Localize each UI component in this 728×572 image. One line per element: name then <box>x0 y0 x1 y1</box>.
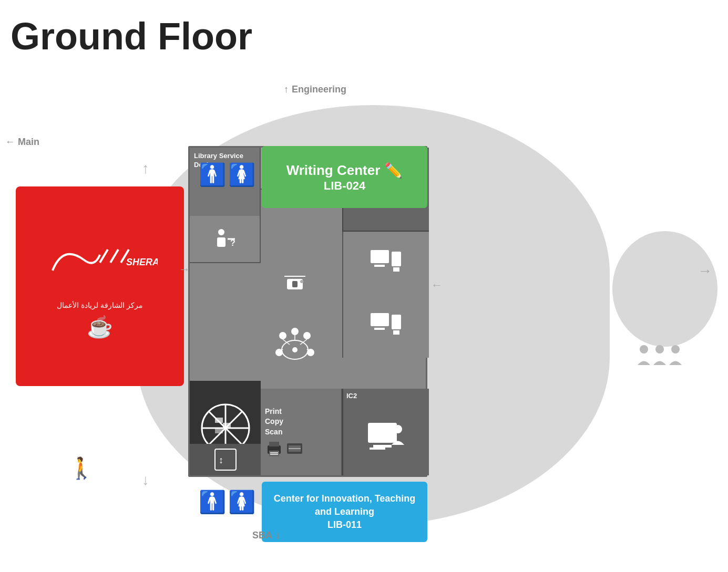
scan-label: Scan <box>265 427 283 438</box>
svg-point-59 <box>655 345 664 353</box>
svg-point-22 <box>303 332 311 339</box>
citl-label: Center for Innovation, Teaching and Lear… <box>266 492 423 518</box>
svg-point-26 <box>292 347 298 352</box>
floor-container: ↑ Engineering ← Main SBA ↓ ↑ ↓ → SHERA م… <box>0 84 728 557</box>
citl-panel: Center for Innovation, Teaching and Lear… <box>262 482 427 542</box>
svg-point-60 <box>671 345 680 353</box>
svg-rect-17 <box>374 265 385 267</box>
help-icon: ? <box>212 226 238 252</box>
down-arrow-mid: ↓ <box>142 472 149 488</box>
svg-rect-19 <box>393 267 399 272</box>
computer-station-bottom <box>342 295 429 358</box>
printer-icon <box>265 439 283 457</box>
svg-text:SHERA: SHERA <box>126 257 158 267</box>
svg-text:?: ? <box>230 238 235 247</box>
audience-icon <box>633 341 686 373</box>
svg-rect-43 <box>215 428 223 433</box>
print-label-group: Print Copy Scan <box>265 407 283 438</box>
svg-rect-16 <box>371 250 389 263</box>
arrow-left-icon: ← <box>5 137 15 148</box>
direction-sba: SBA ↓ <box>252 530 280 541</box>
page-title: Ground Floor <box>11 15 252 58</box>
computer-station-top <box>342 232 429 295</box>
female-restroom-icon-2: 🚺 <box>228 489 255 515</box>
female-restroom-icon: 🚺 <box>228 162 255 188</box>
pencil-icon: ✏️ <box>384 162 403 179</box>
restroom-top: 🚹 🚺 <box>199 162 255 188</box>
direction-engineering: ↑ Engineering <box>284 84 346 95</box>
exit-arrow: ← <box>431 278 443 292</box>
elevator-area: ↕ <box>190 444 261 475</box>
background-blob-right <box>612 231 717 347</box>
svg-point-4 <box>218 229 224 235</box>
svg-rect-44 <box>215 449 236 470</box>
desktop-icon-bottom <box>368 310 405 342</box>
print-icons-group <box>265 439 304 457</box>
svg-rect-33 <box>374 328 385 330</box>
svg-rect-5 <box>217 237 225 247</box>
ic2-label: IC2 <box>346 392 357 400</box>
enter-arrow: → <box>179 263 190 276</box>
arrow-up-icon: ↑ <box>284 84 289 95</box>
print-label: Print <box>265 407 283 417</box>
sheraa-calligraphy: SHERA <box>42 234 158 292</box>
sheraa-panel: SHERA مركز الشارقة لريادة الأعمال ☕ <box>16 186 184 386</box>
svg-rect-54 <box>368 423 397 443</box>
svg-point-57 <box>394 425 402 433</box>
elevator-icon: ↕ <box>212 446 239 473</box>
svg-rect-56 <box>370 448 385 450</box>
male-restroom-icon-2: 🚹 <box>199 489 226 515</box>
writing-center-room: LIB-024 <box>324 179 365 193</box>
info-desk-area: ? <box>190 216 261 263</box>
svg-point-14 <box>300 280 303 283</box>
group-seating-area <box>261 321 329 373</box>
male-restroom-icon: 🚹 <box>199 162 226 188</box>
svg-rect-41 <box>215 418 223 423</box>
citl-room: LIB-011 <box>327 518 362 532</box>
print-copy-scan-area: Print Copy Scan <box>261 389 342 475</box>
svg-line-0 <box>100 249 108 263</box>
svg-rect-32 <box>371 313 389 326</box>
ic2-computer-icon <box>346 419 426 455</box>
up-arrow-mid: ↑ <box>142 160 149 177</box>
desktop-icon-top <box>368 247 405 279</box>
writing-center-panel: Writing Center ✏️ LIB-024 <box>262 146 427 208</box>
svg-point-21 <box>291 328 299 335</box>
sheraa-arabic-text: مركز الشارقة لريادة الأعمال <box>57 301 143 309</box>
svg-rect-55 <box>373 445 392 448</box>
group-seating-icon <box>271 326 319 368</box>
people-waiting-area <box>633 341 686 378</box>
right-arrow-far: → <box>698 263 712 279</box>
projector-area <box>261 263 329 305</box>
svg-line-1 <box>110 249 118 263</box>
svg-point-20 <box>279 332 286 339</box>
coffee-icon: ☕ <box>87 315 113 339</box>
svg-rect-18 <box>392 252 401 266</box>
direction-main: ← Main <box>5 137 39 148</box>
svg-rect-47 <box>269 442 279 446</box>
scanner-icon <box>285 439 304 457</box>
svg-text:↕: ↕ <box>219 455 223 465</box>
svg-rect-42 <box>223 423 231 428</box>
stairs-icon: 🚶 <box>68 456 95 481</box>
svg-point-58 <box>640 345 648 353</box>
projector-icon <box>282 274 308 295</box>
ic2-area: IC2 <box>342 389 429 475</box>
svg-rect-35 <box>393 330 399 335</box>
restroom-bottom: 🚹 🚺 <box>199 489 255 515</box>
svg-rect-48 <box>269 451 279 456</box>
arrow-down-icon: ↓ <box>275 530 280 541</box>
svg-rect-13 <box>292 281 298 287</box>
copy-label: Copy <box>265 417 283 427</box>
writing-center-label: Writing Center ✏️ <box>286 162 403 179</box>
svg-rect-34 <box>392 315 401 329</box>
